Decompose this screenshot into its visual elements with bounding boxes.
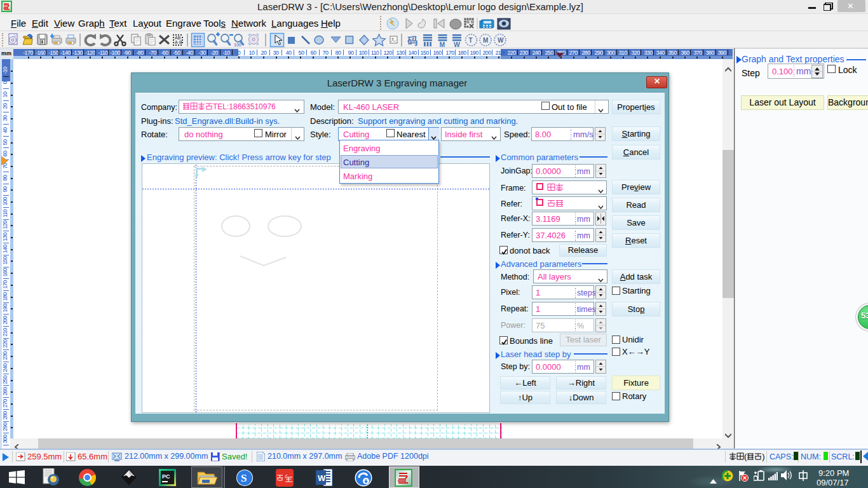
svg-text:PC: PC: [162, 473, 170, 480]
svg-text:100: 100: [234, 43, 241, 47]
svg-text:W: W: [498, 37, 504, 44]
svg-text:AB: AB: [175, 36, 181, 40]
svg-text:M: M: [440, 41, 445, 48]
svg-text:T: T: [469, 37, 473, 44]
svg-text:M: M: [483, 37, 488, 44]
svg-text:W: W: [318, 473, 326, 483]
svg-text:W: W: [454, 41, 460, 48]
svg-text:A·B: A·B: [175, 40, 182, 44]
svg-text:码: 码: [407, 36, 417, 46]
svg-text:S: S: [241, 472, 247, 484]
